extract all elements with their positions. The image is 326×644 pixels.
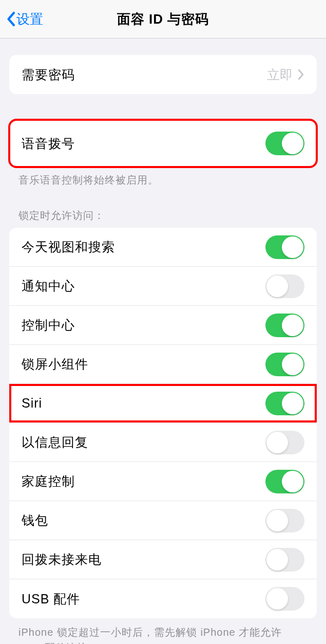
row-require-passcode[interactable]: 需要密码 立即 xyxy=(9,55,317,94)
toggle-knob xyxy=(266,588,288,610)
lock-access-item-toggle[interactable] xyxy=(265,314,304,337)
row-lock-access-item: 通知中心 xyxy=(9,267,317,306)
chevron-left-icon xyxy=(6,11,15,27)
lock-access-item-label: 钱包 xyxy=(22,512,48,529)
voice-dial-footer: 音乐语音控制将始终被启用。 xyxy=(0,167,326,187)
lock-access-item-label: 控制中心 xyxy=(22,317,75,334)
row-lock-access-item: 控制中心 xyxy=(9,306,317,345)
toggle-knob xyxy=(266,549,288,571)
lock-access-item-label: 通知中心 xyxy=(22,278,75,295)
page-title: 面容 ID 与密码 xyxy=(117,10,209,28)
row-lock-access-item: 家庭控制 xyxy=(9,462,317,501)
lock-access-item-label: 回拨未接来电 xyxy=(22,551,102,568)
lock-access-item-toggle[interactable] xyxy=(265,587,304,611)
chevron-right-icon xyxy=(298,69,304,80)
lock-access-item-toggle[interactable] xyxy=(265,431,304,454)
lock-access-header: 锁定时允许访问： xyxy=(0,209,326,228)
lock-access-item-toggle[interactable] xyxy=(265,235,304,259)
lock-access-item-toggle[interactable] xyxy=(265,353,304,376)
lock-access-item-label: 锁屏小组件 xyxy=(22,356,88,373)
row-lock-access-item: Siri xyxy=(9,384,317,423)
lock-access-footer: iPhone 锁定超过一小时后，需先解锁 iPhone 才能允许 USB 配件连… xyxy=(0,618,326,644)
row-lock-access-item: 今天视图和搜索 xyxy=(9,228,317,267)
toggle-knob xyxy=(266,432,288,453)
lock-access-item-toggle[interactable] xyxy=(265,470,304,493)
group-lock-access: 今天视图和搜索通知中心控制中心锁屏小组件Siri以信息回复家庭控制钱包回拨未接来… xyxy=(9,228,317,618)
group-require-passcode: 需要密码 立即 xyxy=(9,55,317,94)
row-lock-access-item: 以信息回复 xyxy=(9,423,317,462)
lock-access-item-label: 家庭控制 xyxy=(22,473,75,490)
toggle-knob xyxy=(282,471,303,492)
back-label: 设置 xyxy=(16,10,43,28)
back-button[interactable]: 设置 xyxy=(0,10,43,28)
row-lock-access-item: 回拨未接来电 xyxy=(9,540,317,579)
toggle-knob xyxy=(282,393,303,414)
toggle-knob xyxy=(266,510,288,531)
group-voice-dial: 语音拨号 xyxy=(9,120,317,167)
require-passcode-label: 需要密码 xyxy=(22,66,75,83)
row-lock-access-item: 锁屏小组件 xyxy=(9,345,317,384)
lock-access-item-label: USB 配件 xyxy=(22,591,80,608)
require-passcode-value: 立即 xyxy=(267,66,293,83)
lock-access-item-label: Siri xyxy=(22,396,42,411)
toggle-knob xyxy=(282,315,303,336)
toggle-knob xyxy=(282,133,303,154)
lock-access-item-toggle[interactable] xyxy=(265,392,304,415)
row-lock-access-item: 钱包 xyxy=(9,501,317,540)
toggle-knob xyxy=(282,236,303,258)
voice-dial-label: 语音拨号 xyxy=(22,135,75,152)
row-voice-dial: 语音拨号 xyxy=(9,120,317,167)
lock-access-item-label: 今天视图和搜索 xyxy=(22,238,115,255)
row-value-wrap: 立即 xyxy=(267,66,304,83)
lock-access-item-toggle[interactable] xyxy=(265,548,304,572)
toggle-knob xyxy=(282,354,303,375)
content: 需要密码 立即 语音拨号 音乐语音控制将始终被启用。 锁定时允许访问： 今天视图… xyxy=(0,55,326,644)
lock-access-item-toggle[interactable] xyxy=(265,274,304,298)
navbar: 设置 面容 ID 与密码 xyxy=(0,0,326,39)
voice-dial-toggle[interactable] xyxy=(265,132,304,155)
lock-access-item-toggle[interactable] xyxy=(265,509,304,532)
lock-access-item-label: 以信息回复 xyxy=(22,434,88,451)
row-lock-access-item: USB 配件 xyxy=(9,579,317,618)
toggle-knob xyxy=(266,275,288,297)
